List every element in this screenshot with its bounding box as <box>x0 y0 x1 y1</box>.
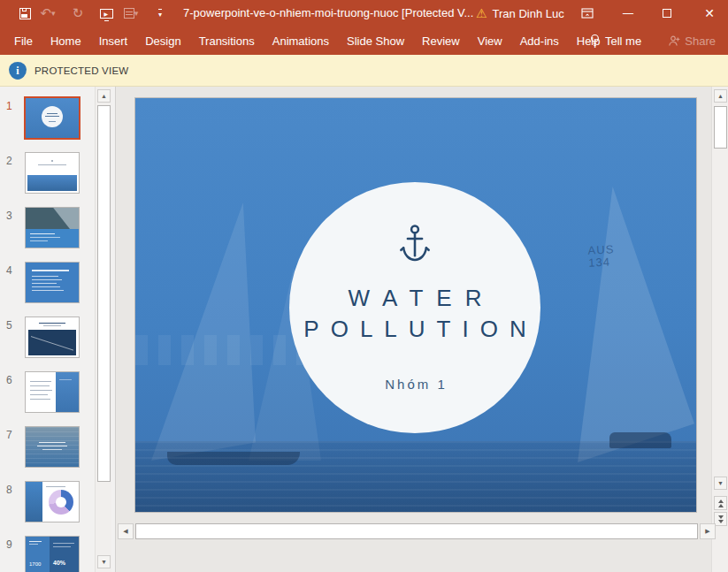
save-button[interactable] <box>14 0 35 27</box>
tab-transitions[interactable]: Transitions <box>199 34 255 48</box>
warning-icon: ⚠ <box>476 6 487 20</box>
customize-qat-icon: ▾ <box>158 9 162 19</box>
undo-icon: ↶ <box>40 5 51 21</box>
tab-home[interactable]: Home <box>50 34 81 48</box>
start-slideshow-icon: ▶ <box>100 9 113 19</box>
tab-slide-show[interactable]: Slide Show <box>347 34 404 48</box>
tab-animations[interactable]: Animations <box>272 34 329 48</box>
title-circle: WATER POLLUTION Nhóm 1 <box>289 182 540 433</box>
slide-thumbnail-8[interactable] <box>26 482 79 522</box>
scroll-up-icon: ▲ <box>717 93 724 99</box>
sail-registration-text: AUS 134 <box>587 243 615 270</box>
ribbon-tab-bar: File Home Insert Design Transitions Anim… <box>0 27 728 55</box>
main-vertical-scrollbar[interactable]: ▲ ▼ <box>711 87 728 572</box>
grid-caret-icon: ▾ <box>134 10 139 18</box>
window-title: 7-powerpoint-ve-o-nhiem-moi-truong-nuoc … <box>183 0 473 27</box>
close-button[interactable]: ✕ <box>697 0 722 27</box>
account-name: Tran Dinh Luc <box>493 7 564 20</box>
tab-add-ins[interactable]: Add-ins <box>520 34 559 48</box>
minimize-button[interactable]: — <box>616 0 640 27</box>
ribbon-display-options-icon <box>581 8 594 19</box>
slide-number: 1 <box>6 100 12 112</box>
scroll-left-icon: ◀ <box>123 528 127 534</box>
slide-number: 7 <box>6 429 12 441</box>
account-info[interactable]: ⚠ Tran Dinh Luc <box>476 0 564 27</box>
scroll-right-button[interactable]: ▶ <box>700 523 716 539</box>
panel-scrollbar-thumb[interactable] <box>97 105 111 482</box>
slide-thumbnail-2[interactable] <box>26 153 79 193</box>
undo-button[interactable]: ↶▾ <box>37 0 58 27</box>
tab-review[interactable]: Review <box>422 34 460 48</box>
redo-icon: ↻ <box>73 5 84 21</box>
slide-thumbnail-6[interactable] <box>26 372 79 412</box>
maximize-button[interactable] <box>655 0 679 27</box>
ribbon-display-options-button[interactable] <box>575 0 600 27</box>
main-scrollbar-thumb[interactable] <box>714 106 727 149</box>
slide-canvas: AUS 134 WATER POLLUTION Nhóm 1 <box>134 97 697 513</box>
slide-number: 8 <box>6 484 12 496</box>
scroll-up-icon: ▲ <box>101 93 107 99</box>
tell-me-button[interactable]: Tell me <box>589 27 641 55</box>
slide-thumbnail-1[interactable] <box>24 96 80 140</box>
touch-mouse-mode-button[interactable]: ▾ <box>120 0 142 27</box>
thumb9-stat-number: 1700 <box>29 561 41 567</box>
sailboat-decoration <box>578 187 694 462</box>
slide-number: 2 <box>6 155 12 167</box>
water-decoration <box>135 441 697 513</box>
slide-number: 9 <box>6 538 12 551</box>
double-chevron-down-icon <box>718 515 724 519</box>
customize-qat-button[interactable]: ▾ <box>152 0 168 27</box>
scroll-up-button[interactable]: ▲ <box>714 89 727 103</box>
tab-file[interactable]: File <box>14 34 33 48</box>
horizontal-scrollbar-thumb[interactable] <box>135 523 698 539</box>
person-icon <box>668 34 680 47</box>
slide-thumbnail-3[interactable] <box>26 208 79 248</box>
undo-caret-icon: ▾ <box>51 10 56 18</box>
tell-me-label: Tell me <box>605 34 641 48</box>
scroll-down-icon: ▼ <box>101 559 107 565</box>
scroll-right-icon: ▶ <box>705 528 709 534</box>
protected-view-bar: i PROTECTED VIEW Be careful—files from t… <box>0 55 728 87</box>
thumb9-stat-percent: 40% <box>53 560 65 566</box>
slide-thumbnail-9[interactable]: 1700 40% <box>26 537 79 572</box>
save-icon <box>19 8 31 19</box>
redo-button[interactable]: ↻ <box>68 0 88 27</box>
double-chevron-up-icon <box>718 500 724 503</box>
start-slideshow-button[interactable]: ▶ <box>96 0 117 27</box>
restore-icon <box>663 9 671 18</box>
scroll-left-button[interactable]: ◀ <box>118 523 134 539</box>
horizontal-scrollbar[interactable]: ◀ ▶ <box>118 523 717 539</box>
slide-title-line1: WATER <box>289 285 540 312</box>
scroll-down-button[interactable]: ▼ <box>714 477 727 490</box>
previous-slide-button[interactable] <box>714 496 727 510</box>
slide-thumbnail-5[interactable] <box>26 317 79 357</box>
scroll-down-icon: ▼ <box>717 480 724 486</box>
slide-number: 5 <box>6 319 12 332</box>
grid-icon <box>124 8 134 19</box>
slide-number: 3 <box>6 210 12 222</box>
share-button[interactable]: Share <box>668 27 716 55</box>
panel-scroll-down-button[interactable]: ▼ <box>97 555 111 568</box>
lightbulb-icon <box>589 34 601 48</box>
tab-design[interactable]: Design <box>145 34 180 48</box>
ribbon-tabs: File Home Insert Design Transitions Anim… <box>14 27 601 55</box>
info-shield-icon: i <box>9 62 27 80</box>
panel-scroll-up-button[interactable]: ▲ <box>97 89 111 103</box>
close-icon: ✕ <box>704 6 715 20</box>
minimize-icon: — <box>623 7 633 19</box>
slide-number: 6 <box>6 374 12 386</box>
sailboat-decoration <box>151 202 256 461</box>
protected-view-label: PROTECTED VIEW <box>34 65 128 76</box>
slide-subtitle: Nhóm 1 <box>289 377 540 392</box>
slide-thumbnail-4[interactable] <box>26 263 79 302</box>
anchor-icon <box>399 223 431 267</box>
title-bar: ↶▾ ↻ ▶ ▾ ▾ 7-powerpoint-ve-o-nhiem-moi-t… <box>0 0 728 27</box>
share-label: Share <box>685 34 716 48</box>
tab-view[interactable]: View <box>478 34 502 48</box>
slide-number: 4 <box>6 264 12 277</box>
panel-scrollbar[interactable]: ▲ ▼ <box>95 87 111 572</box>
slide-thumbnail-7[interactable] <box>26 427 79 467</box>
slide-title-line2: POLLUTION <box>289 316 540 343</box>
tab-insert[interactable]: Insert <box>99 34 128 48</box>
